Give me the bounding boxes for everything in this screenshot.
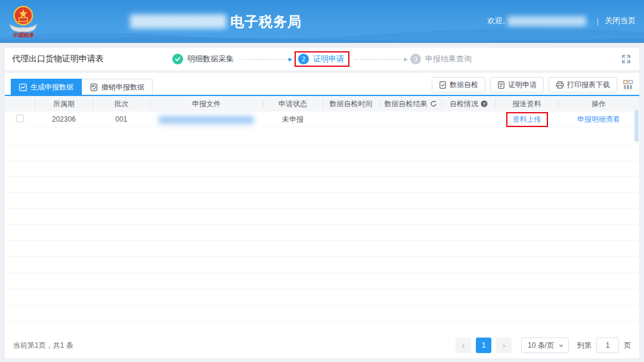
title-steps-bar: 代理出口货物证明申请表 明细数据采集 ▶ 2 证明申请 ▶ 3 申报结果查询 [5, 48, 639, 70]
step-connector-1: ▶ [239, 59, 290, 60]
doc-check-icon [439, 81, 447, 89]
step-detail-data-collection: 明细数据采集 [172, 54, 234, 64]
cell-selfcheck-result [379, 112, 442, 128]
step-declaration-result-query: 3 申报结果查询 [410, 54, 472, 64]
cell-period: 202306 [35, 112, 93, 128]
app-header: 中国税务 电子税务局 欢迎, | 关闭当页 [0, 0, 644, 43]
col-submitted-materials: 报送资料 [496, 96, 558, 112]
vertical-scrollbar-thumb[interactable] [634, 110, 639, 142]
toolbar: 生成申报数据 撤销申报数据 数据自检 证明申请 [5, 73, 639, 96]
col-application-status: 申请状态 [263, 96, 323, 112]
goto-suffix-label: 页 [624, 341, 631, 351]
page-size-value: 10 条/页 [528, 341, 554, 351]
redacted-organization-name [130, 14, 227, 29]
col-operation: 操作 [558, 96, 639, 112]
svg-text:?: ? [483, 101, 486, 106]
wizard-steps: 明细数据采集 ▶ 2 证明申请 ▶ 3 申报结果查询 [172, 51, 472, 67]
welcome-text: 欢迎, [487, 16, 505, 26]
cell-selfcheck-time [323, 112, 379, 128]
prev-page-button[interactable]: ‹ [456, 338, 471, 353]
col-period: 所属期 [35, 96, 93, 112]
page-size-select[interactable]: 10 条/页 [521, 338, 569, 353]
col-declaration-file: 申报文件 [150, 96, 263, 112]
tab-strip: 生成申报数据 撤销申报数据 [11, 79, 153, 95]
annotation-box-upload: 资料上传 [506, 112, 548, 127]
tab-revoke-declaration-data[interactable]: 撤销申报数据 [82, 79, 153, 95]
col-selfcheck-time: 数据自检时间 [323, 96, 379, 112]
step-certificate-application: 2 证明申请 [298, 54, 344, 64]
help-question-icon[interactable]: ? [481, 100, 488, 109]
step3-label: 申报结果查询 [425, 54, 472, 64]
step1-label: 明细数据采集 [187, 54, 234, 64]
page-title: 代理出口货物证明申请表 [12, 54, 104, 64]
table-row: 202306 001 未申报 资料上传 申报明细查看 [5, 112, 639, 128]
certificate-apply-button[interactable]: 证明申请 [490, 77, 544, 92]
select-all-column [5, 96, 35, 112]
data-selfcheck-button[interactable]: 数据自检 [432, 77, 485, 92]
chart-icon [19, 83, 27, 91]
current-page-button[interactable]: 1 [476, 338, 491, 353]
revoke-doc-icon [90, 83, 98, 91]
step-connector-2: ▶ [354, 59, 405, 60]
cell-status: 未申报 [263, 112, 323, 128]
tab-generate-declaration-data[interactable]: 生成申报数据 [11, 79, 82, 95]
tab-label: 生成申报数据 [30, 82, 73, 92]
material-upload-link[interactable]: 资料上传 [513, 115, 541, 123]
tab-label: 撤销申报数据 [101, 82, 144, 92]
header-separator: | [597, 17, 599, 26]
goto-page-input[interactable] [596, 338, 619, 353]
col-selfcheck-info: 自检情况? [442, 96, 496, 112]
goto-prefix-label: 到第 [577, 341, 592, 351]
redacted-username [507, 16, 586, 26]
col-batch: 批次 [93, 96, 150, 112]
column-settings-icon[interactable] [623, 80, 633, 90]
panel-footer: 当前第1页，共1 条 ‹ 1 › 10 条/页 到第 页 [5, 332, 639, 358]
print-report-download-button[interactable]: 打印报表下载 [549, 77, 617, 92]
main-panel: 生成申报数据 撤销申报数据 数据自检 证明申请 [5, 73, 639, 358]
declaration-table: 所属期 批次 申报文件 申请状态 数据自检时间 数据自检结果 自检情况? 报送资… [5, 96, 639, 128]
step1-check-icon [172, 54, 183, 64]
table-header-row: 所属期 批次 申报文件 申请状态 数据自检时间 数据自检结果 自检情况? 报送资… [5, 96, 639, 112]
close-page-link[interactable]: 关闭当页 [605, 16, 636, 26]
step2-label: 证明申请 [313, 54, 344, 64]
pagination-summary: 当前第1页，共1 条 [13, 341, 73, 351]
printer-icon [556, 81, 564, 89]
chevron-down-icon [559, 345, 564, 348]
svg-text:中国税务: 中国税务 [13, 32, 35, 38]
row-checkbox[interactable] [16, 115, 24, 122]
cell-selfcheck-info [442, 112, 496, 128]
step2-number-icon: 2 [298, 54, 309, 64]
declaration-detail-link[interactable]: 申报明细查看 [577, 115, 620, 123]
redacted-declaration-file-link[interactable] [159, 116, 254, 124]
step3-number-icon: 3 [410, 54, 421, 64]
app-title: 电子税务局 [230, 13, 302, 31]
pagination: ‹ 1 › 10 条/页 到第 页 [451, 338, 631, 353]
col-selfcheck-result: 数据自检结果 [379, 96, 442, 112]
button-label: 证明申请 [508, 80, 537, 90]
empty-rows-area [5, 128, 639, 335]
annotation-box-step2: 2 证明申请 [295, 51, 349, 67]
button-label: 数据自检 [450, 80, 478, 90]
fullscreen-expand-icon[interactable] [621, 54, 631, 64]
button-label: 打印报表下载 [567, 80, 610, 90]
toolbar-buttons: 数据自检 证明申请 打印报表下载 [427, 77, 633, 92]
refresh-icon[interactable] [430, 100, 437, 109]
tax-emblem-logo: 中国税务 [7, 4, 39, 39]
certificate-doc-icon [497, 81, 505, 89]
cell-batch: 001 [93, 112, 150, 128]
next-page-button[interactable]: › [496, 338, 512, 353]
